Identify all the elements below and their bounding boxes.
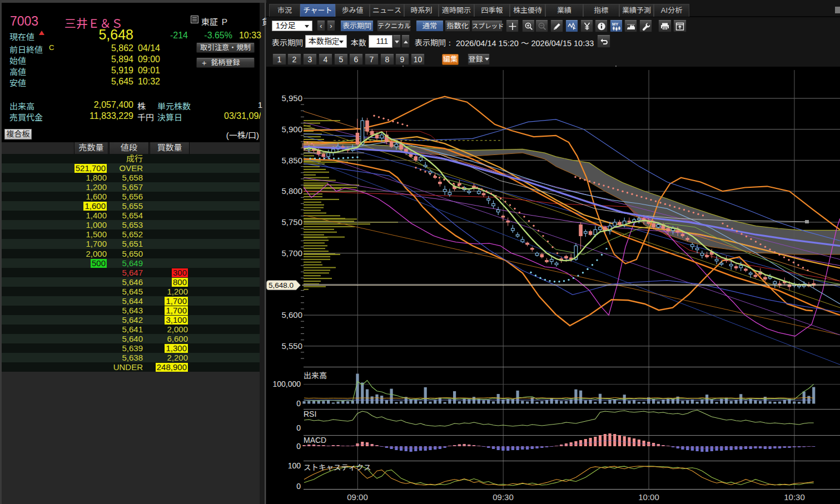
svg-text:10:30: 10:30 [784, 492, 805, 502]
svg-text:5,750: 5,750 [281, 217, 302, 227]
svg-text:5,800: 5,800 [281, 186, 302, 196]
svg-text:100,000: 100,000 [272, 380, 301, 388]
svg-text:09:00: 09:00 [347, 492, 368, 502]
svg-text:5,600: 5,600 [281, 310, 302, 320]
svg-text:5,550: 5,550 [281, 341, 302, 351]
svg-text:5,900: 5,900 [281, 124, 302, 134]
svg-text:5,850: 5,850 [281, 156, 302, 165]
svg-text:0: 0 [296, 442, 301, 451]
svg-text:0: 0 [296, 399, 301, 408]
svg-text:MACD: MACD [304, 436, 326, 445]
svg-text:10:00: 10:00 [638, 492, 659, 502]
svg-text:5,700: 5,700 [281, 248, 302, 258]
svg-text:MY: MY [612, 22, 618, 27]
svg-text:5,950: 5,950 [281, 93, 302, 103]
svg-text:100: 100 [288, 461, 301, 470]
svg-text:5,648.0: 5,648.0 [269, 281, 294, 290]
svg-text:RSI: RSI [304, 410, 316, 418]
svg-text:0: 0 [296, 423, 301, 432]
svg-text:ストキャスティクス: ストキャスティクス [304, 463, 371, 472]
svg-text:09:30: 09:30 [493, 492, 514, 502]
svg-text:出来高: 出来高 [304, 371, 327, 380]
svg-text:0: 0 [296, 482, 301, 491]
